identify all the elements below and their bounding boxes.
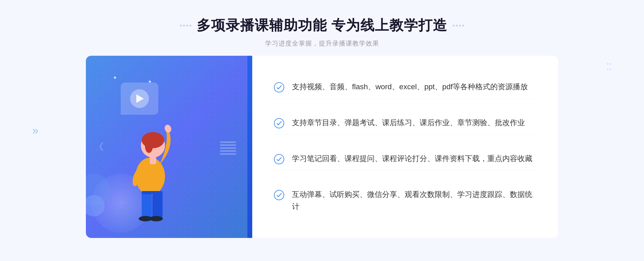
dot-decorator-left xyxy=(180,25,191,27)
page-deco-left: » xyxy=(32,124,38,137)
svg-point-4 xyxy=(164,124,173,133)
spark-decoration-2: ✦ xyxy=(148,79,152,85)
check-circle-icon-2 xyxy=(274,118,284,129)
page-deco-right: ⁚⁚ xyxy=(606,62,612,72)
header-section: 多项录播课辅助功能 专为线上教学打造 学习进度全掌握，提升录播课教学效果 xyxy=(0,0,644,56)
feature-item-4: 互动弹幕、试听购买、微信分享、观看次数限制、学习进度跟踪、数据统计 xyxy=(274,183,537,218)
feature-text-1: 支持视频、音频、flash、word、excel、ppt、pdf等各种格式的资源… xyxy=(292,81,528,93)
blue-bar xyxy=(247,56,252,238)
feature-text-3: 学习笔记回看、课程提问、课程评论打分、课件资料下载，重点内容收藏 xyxy=(292,153,532,165)
svg-rect-9 xyxy=(142,191,163,194)
feature-item-2: 支持章节目录、弹题考试、课后练习、课后作业、章节测验、批改作业 xyxy=(274,111,537,135)
svg-point-3 xyxy=(145,138,153,153)
main-title: 多项录播课辅助功能 专为线上教学打造 xyxy=(197,16,447,35)
feature-item-1: 支持视频、音频、flash、word、excel、ppt、pdf等各种格式的资源… xyxy=(274,76,537,99)
svg-point-13 xyxy=(274,154,284,164)
content-area: ✦ ✦ 《 xyxy=(86,56,558,238)
check-circle-icon-1 xyxy=(274,82,284,93)
dot-decorator-right xyxy=(453,25,464,27)
check-circle-icon-3 xyxy=(274,154,284,165)
person-illustration xyxy=(102,99,193,238)
svg-rect-10 xyxy=(150,156,156,164)
page-container: » ⁚⁚ 多项录播课辅助功能 专为线上教学打造 学习进度全掌握，提升录播课教学效… xyxy=(0,0,644,261)
feature-text-2: 支持章节目录、弹题考试、课后练习、课后作业、章节测验、批改作业 xyxy=(292,117,525,129)
spark-decoration-1: ✦ xyxy=(113,74,117,81)
subtitle: 学习进度全掌握，提升录播课教学效果 xyxy=(0,39,644,48)
stripe-decoration xyxy=(220,141,236,163)
svg-point-12 xyxy=(274,118,284,128)
svg-point-8 xyxy=(149,216,163,221)
feature-text-4: 互动弹幕、试听购买、微信分享、观看次数限制、学习进度跟踪、数据统计 xyxy=(292,189,537,213)
check-circle-icon-4 xyxy=(274,190,284,200)
svg-rect-5 xyxy=(142,191,152,218)
features-panel: 支持视频、音频、flash、word、excel、ppt、pdf等各种格式的资源… xyxy=(252,56,558,238)
illustration-panel: ✦ ✦ 《 xyxy=(86,56,252,238)
header-decorators: 多项录播课辅助功能 专为线上教学打造 xyxy=(0,16,644,35)
svg-point-11 xyxy=(274,83,284,92)
feature-item-3: 学习笔记回看、课程提问、课程评论打分、课件资料下载，重点内容收藏 xyxy=(274,147,537,170)
svg-rect-6 xyxy=(152,191,163,218)
svg-point-14 xyxy=(274,190,284,200)
